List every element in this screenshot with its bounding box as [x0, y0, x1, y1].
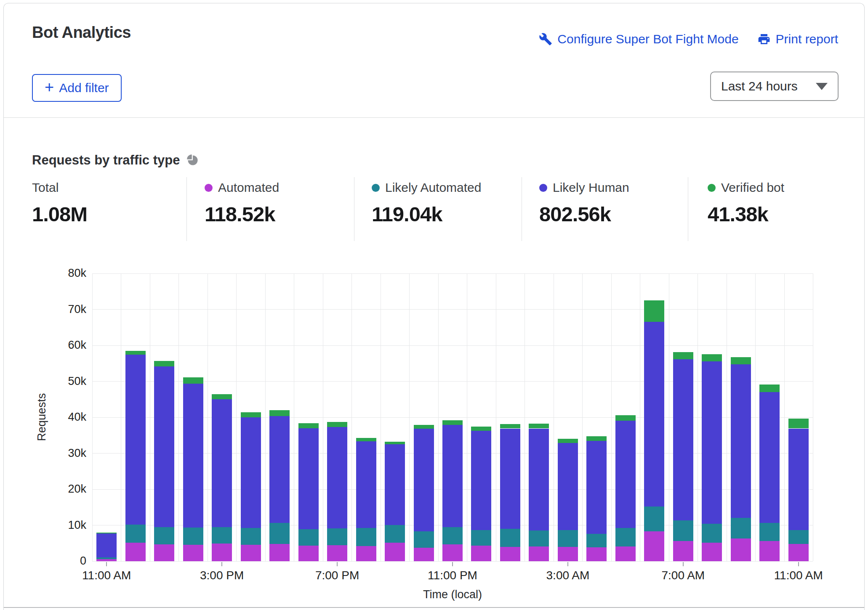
- bar-segment-likely-human[interactable]: [644, 322, 664, 507]
- bar-segment-verified-bot[interactable]: [183, 377, 203, 384]
- bar-segment-verified-bot[interactable]: [269, 410, 290, 416]
- bar-segment-automated[interactable]: [615, 546, 636, 561]
- bar-segment-automated[interactable]: [298, 546, 319, 561]
- bar-segment-likely-human[interactable]: [615, 421, 636, 528]
- bar-segment-likely-human[interactable]: [154, 366, 174, 527]
- bar-segment-verified-bot[interactable]: [731, 357, 751, 364]
- bar-segment-likely-automated[interactable]: [788, 530, 809, 544]
- bar-segment-likely-human[interactable]: [241, 417, 261, 528]
- bar-segment-likely-human[interactable]: [212, 399, 232, 527]
- bar-segment-likely-automated[interactable]: [615, 528, 636, 546]
- bar-segment-verified-bot[interactable]: [558, 439, 578, 443]
- bar-segment-automated[interactable]: [125, 543, 146, 561]
- bar-segment-verified-bot[interactable]: [241, 412, 261, 417]
- add-filter-button[interactable]: + Add filter: [32, 74, 122, 102]
- bar-segment-likely-human[interactable]: [327, 427, 347, 528]
- bar-segment-likely-automated[interactable]: [414, 531, 434, 547]
- bar-segment-likely-automated[interactable]: [356, 528, 376, 546]
- bar-segment-likely-human[interactable]: [702, 361, 722, 524]
- bar-segment-likely-human[interactable]: [471, 431, 491, 530]
- bar-segment-likely-human[interactable]: [298, 428, 319, 529]
- bar-segment-likely-automated[interactable]: [154, 527, 174, 544]
- bar-segment-automated[interactable]: [154, 544, 174, 561]
- bar-segment-likely-human[interactable]: [96, 533, 117, 557]
- bar-segment-verified-bot[interactable]: [125, 351, 146, 355]
- bar-segment-likely-human[interactable]: [385, 444, 405, 525]
- bar-segment-verified-bot[interactable]: [615, 415, 636, 421]
- bar-segment-likely-human[interactable]: [356, 441, 376, 528]
- bar-segment-verified-bot[interactable]: [500, 424, 520, 428]
- bar-segment-automated[interactable]: [529, 546, 549, 561]
- bar-segment-likely-automated[interactable]: [558, 530, 578, 547]
- bar-segment-verified-bot[interactable]: [327, 422, 347, 427]
- bar-segment-likely-automated[interactable]: [241, 528, 261, 544]
- bar-segment-verified-bot[interactable]: [356, 438, 376, 442]
- bar-segment-likely-human[interactable]: [586, 441, 607, 534]
- bar-segment-likely-automated[interactable]: [529, 530, 549, 546]
- bar-segment-automated[interactable]: [759, 541, 780, 561]
- bar-segment-automated[interactable]: [327, 545, 347, 561]
- bar-segment-automated[interactable]: [241, 545, 261, 561]
- bar-segment-automated[interactable]: [212, 544, 232, 561]
- bar-segment-likely-human[interactable]: [788, 429, 809, 530]
- bar-segment-likely-human[interactable]: [269, 416, 290, 523]
- bar-segment-automated[interactable]: [586, 547, 607, 561]
- bar-segment-likely-automated[interactable]: [673, 520, 693, 541]
- bar-segment-automated[interactable]: [356, 546, 376, 561]
- time-range-select[interactable]: Last 24 hours: [710, 72, 839, 101]
- bar-segment-verified-bot[interactable]: [759, 385, 780, 392]
- bar-segment-automated[interactable]: [702, 543, 722, 561]
- bar-segment-automated[interactable]: [442, 544, 463, 561]
- bar-segment-likely-automated[interactable]: [125, 525, 146, 543]
- bar-segment-verified-bot[interactable]: [702, 354, 722, 361]
- bar-segment-likely-automated[interactable]: [442, 527, 463, 544]
- bar-segment-likely-human[interactable]: [500, 429, 520, 529]
- bar-segment-verified-bot[interactable]: [414, 425, 434, 429]
- bar-segment-automated[interactable]: [500, 547, 520, 561]
- print-report-link[interactable]: Print report: [757, 32, 838, 46]
- bar-segment-verified-bot[interactable]: [529, 424, 549, 428]
- bar-segment-automated[interactable]: [183, 545, 203, 561]
- bar-segment-likely-human[interactable]: [558, 443, 578, 530]
- bar-segment-likely-human[interactable]: [673, 359, 693, 520]
- bar-segment-likely-automated[interactable]: [500, 529, 520, 547]
- bar-segment-likely-automated[interactable]: [731, 518, 751, 538]
- bar-segment-verified-bot[interactable]: [385, 442, 405, 444]
- bar-segment-automated[interactable]: [558, 547, 578, 561]
- bar-segment-likely-human[interactable]: [759, 392, 780, 523]
- bar-segment-verified-bot[interactable]: [96, 533, 117, 534]
- bar-segment-verified-bot[interactable]: [298, 423, 319, 428]
- bar-segment-likely-automated[interactable]: [298, 529, 319, 546]
- bar-segment-likely-automated[interactable]: [586, 534, 607, 547]
- bar-segment-likely-automated[interactable]: [644, 507, 664, 531]
- bar-segment-likely-human[interactable]: [414, 429, 434, 532]
- bar-segment-likely-automated[interactable]: [183, 528, 203, 544]
- bar-segment-likely-automated[interactable]: [269, 523, 290, 544]
- configure-super-bot-fight-mode-link[interactable]: Configure Super Bot Fight Mode: [539, 32, 738, 46]
- bar-segment-verified-bot[interactable]: [586, 436, 607, 440]
- bar-segment-automated[interactable]: [269, 544, 290, 561]
- bar-segment-automated[interactable]: [385, 543, 405, 561]
- bar-segment-likely-human[interactable]: [529, 429, 549, 531]
- bar-segment-verified-bot[interactable]: [644, 300, 664, 322]
- bar-segment-likely-automated[interactable]: [759, 523, 780, 541]
- bar-segment-likely-automated[interactable]: [385, 525, 405, 543]
- bar-segment-verified-bot[interactable]: [212, 394, 232, 399]
- bar-segment-verified-bot[interactable]: [673, 352, 693, 359]
- bar-segment-automated[interactable]: [673, 541, 693, 561]
- bar-segment-verified-bot[interactable]: [788, 419, 809, 428]
- bar-segment-verified-bot[interactable]: [471, 427, 491, 431]
- bar-segment-likely-automated[interactable]: [327, 528, 347, 545]
- bar-segment-verified-bot[interactable]: [154, 361, 174, 366]
- bar-segment-likely-automated[interactable]: [471, 530, 491, 546]
- bar-segment-likely-human[interactable]: [442, 425, 463, 527]
- bar-segment-automated[interactable]: [644, 531, 664, 561]
- bar-segment-likely-automated[interactable]: [702, 524, 722, 543]
- bar-segment-automated[interactable]: [788, 544, 809, 561]
- bar-segment-likely-human[interactable]: [125, 355, 146, 525]
- bar-segment-automated[interactable]: [414, 548, 434, 561]
- bar-segment-likely-automated[interactable]: [96, 557, 117, 559]
- bar-segment-likely-human[interactable]: [731, 364, 751, 518]
- bar-segment-likely-human[interactable]: [183, 384, 203, 528]
- bar-segment-automated[interactable]: [471, 546, 491, 561]
